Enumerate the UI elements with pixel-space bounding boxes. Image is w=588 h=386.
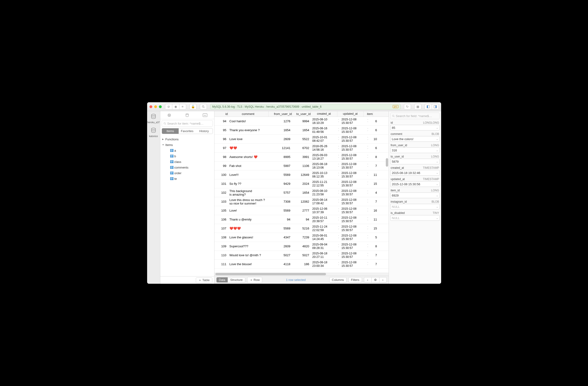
filters-button[interactable]: Filters	[348, 277, 362, 283]
cancel-icon[interactable]: ⊘	[165, 104, 172, 110]
stepper-icon[interactable]: ˄˅	[366, 251, 369, 260]
chevron-down-icon[interactable]: ⌄	[436, 149, 438, 152]
cell-created[interactable]: 2015-11-24 22:02:59	[311, 224, 337, 233]
stepper-icon[interactable]: ˄˅	[366, 144, 369, 152]
cell-from[interactable]: 5569	[269, 171, 292, 179]
cell-item[interactable]: 6	[369, 126, 379, 135]
columns-button[interactable]: Columns	[329, 277, 346, 283]
cell-to[interactable]: 4820	[292, 242, 311, 251]
cell-to[interactable]: 5522	[292, 135, 311, 143]
tree-group-functions[interactable]: ▶Functions	[160, 136, 214, 142]
table-row[interactable]: 105Love!556927772015-12-06 10:37:39˄˅201…	[214, 206, 389, 215]
cell-created[interactable]: 2015-08-18 23:00:34	[311, 260, 337, 269]
stepper-icon[interactable]: ˄˅	[366, 153, 369, 161]
cell-comment[interactable]: Supercool???	[228, 242, 269, 251]
cell-comment[interactable]: Love this dress so much ? so nice for su…	[228, 197, 269, 206]
cell-from[interactable]: 1276	[269, 117, 292, 126]
cell-id[interactable]: 101	[214, 179, 228, 188]
cell-created[interactable]: 2015-08-14 17:09:42	[311, 197, 337, 206]
cell-item[interactable]: 15	[369, 179, 379, 188]
stepper-icon[interactable]: ˄˅	[337, 171, 340, 179]
cell-comment[interactable]: Awesome shorts! ❤️	[228, 153, 269, 161]
cell-updated[interactable]: 2015-12-08 15:30:57	[340, 188, 366, 197]
table-row[interactable]: 99Fab shot599711062015-08-18 16:13:06˄˅2…	[214, 161, 389, 171]
table-row[interactable]: 94Cool hairdo!127699942015-08-10 16:10:2…	[214, 117, 389, 126]
cell-to[interactable]: 12082	[292, 197, 311, 206]
cell-from[interactable]: 9429	[269, 179, 292, 188]
cell-item[interactable]: 7	[369, 260, 379, 269]
cell-to[interactable]: 5027	[292, 251, 311, 260]
field-value-input[interactable]: 6929⌄	[390, 193, 440, 198]
cell-item[interactable]: 6	[369, 144, 379, 152]
table-row[interactable]: 95Thank you everyone ?165416542015-08-16…	[214, 126, 389, 135]
add-row-button[interactable]: ＋ Row	[247, 277, 262, 283]
cell-updated[interactable]: 2015-12-08 15:30:57	[340, 224, 366, 233]
search-field-input[interactable]: Search for field: ^name$…	[390, 113, 440, 119]
database-icon[interactable]	[184, 112, 190, 118]
cell-id[interactable]: 105	[214, 206, 228, 215]
chevron-down-icon[interactable]: ⌄	[436, 205, 438, 208]
chevron-down-icon[interactable]: ⌄	[436, 217, 438, 219]
cell-comment[interactable]: Would love to! @mith ?	[228, 251, 269, 260]
stepper-icon[interactable]: ˄˅	[337, 206, 340, 215]
tree-table-item[interactable]: order	[160, 170, 214, 176]
field-value-input[interactable]: NULL⌄	[390, 204, 440, 210]
vertical-scrollbar[interactable]	[386, 158, 388, 167]
stepper-icon[interactable]: ˄˅	[366, 171, 369, 179]
cell-comment[interactable]: Love the glasses!	[228, 233, 269, 242]
cell-updated[interactable]: 2015-12-08 15:30:57	[340, 135, 366, 143]
cell-created[interactable]: 2015-11-21 22:12:55	[311, 179, 337, 188]
cell-comment[interactable]: Love love	[228, 135, 269, 143]
database-icon[interactable]	[150, 113, 157, 120]
stepper-icon[interactable]: ˄˅	[366, 161, 369, 170]
cell-from[interactable]: 5569	[269, 224, 292, 233]
cell-comment[interactable]: Love!	[228, 206, 269, 215]
next-page-button[interactable]: ›	[379, 277, 387, 283]
connection-label[interactable]: heroku_a370579…	[147, 121, 160, 124]
cell-updated[interactable]: 2015-12-08 15:30:57	[340, 206, 366, 215]
stepper-icon[interactable]: ˄˅	[366, 135, 369, 143]
cell-from[interactable]: 5569	[269, 206, 292, 215]
cell-updated[interactable]: 2015-12-08 15:30:57	[340, 179, 366, 188]
cell-from[interactable]: 1654	[269, 126, 292, 135]
stepper-icon[interactable]: ˄˅	[337, 233, 340, 242]
stepper-icon[interactable]: ˄˅	[337, 215, 340, 224]
tree-table-item[interactable]: a	[160, 148, 214, 153]
cell-created[interactable]: 2015-10-01 08:42:07	[311, 135, 337, 143]
database-icon[interactable]	[150, 127, 157, 134]
chevron-down-icon[interactable]: ⌄	[436, 126, 438, 129]
stepper-icon[interactable]: ˄˅	[366, 215, 369, 224]
col-header-from[interactable]: from_user_id	[269, 111, 292, 116]
horizontal-scrollbar-track[interactable]	[214, 272, 389, 276]
plug-icon[interactable]	[167, 112, 172, 118]
table-row[interactable]: 102This background is amazing?5757165420…	[214, 188, 389, 197]
cell-updated[interactable]: 2015-12-08 15:30:57	[340, 126, 366, 135]
stepper-icon[interactable]: ˄˅	[337, 197, 340, 206]
cell-updated[interactable]: 2015-12-08 15:30:57	[340, 233, 366, 242]
cell-item[interactable]: 15	[369, 224, 379, 233]
grid-icon[interactable]: ▦	[414, 104, 421, 110]
horizontal-scrollbar[interactable]	[215, 273, 326, 275]
stepper-icon[interactable]: ˄˅	[337, 153, 340, 161]
cell-from[interactable]: 2609	[269, 242, 292, 251]
cell-created[interactable]: 2015-08-18 20:27:11	[311, 251, 337, 260]
cell-to[interactable]: 1106	[292, 161, 311, 170]
cell-comment[interactable]: Cool hairdo!	[228, 117, 269, 126]
zoom-window-button[interactable]	[159, 105, 162, 108]
cell-item[interactable]: 10	[369, 135, 379, 143]
refresh-icon[interactable]: ↻	[404, 104, 411, 110]
cell-comment[interactable]: Love!!!	[228, 171, 269, 179]
table-row[interactable]: 96Love love260955222015-10-01 08:42:07˄˅…	[214, 135, 389, 144]
col-header-updated[interactable]: updated_at	[337, 111, 364, 116]
field-value-input[interactable]: 2015-12-08 15:30:56⌄	[390, 181, 440, 187]
cell-updated[interactable]: 2015-12-08 15:30:57	[340, 260, 366, 269]
cell-updated[interactable]: 2015-12-08 15:30:57	[340, 117, 366, 126]
tree-table-item[interactable]: b	[160, 153, 214, 159]
stepper-icon[interactable]: ˄˅	[366, 224, 369, 233]
cell-item[interactable]: 4	[369, 188, 379, 197]
stepper-icon[interactable]: ˄˅	[366, 188, 369, 197]
cell-to[interactable]: 1654	[292, 126, 311, 135]
chevron-down-icon[interactable]: ⌄	[436, 194, 438, 197]
cell-id[interactable]: 103	[214, 197, 228, 206]
cell-updated[interactable]: 2015-12-08 15:30:57	[340, 161, 366, 170]
